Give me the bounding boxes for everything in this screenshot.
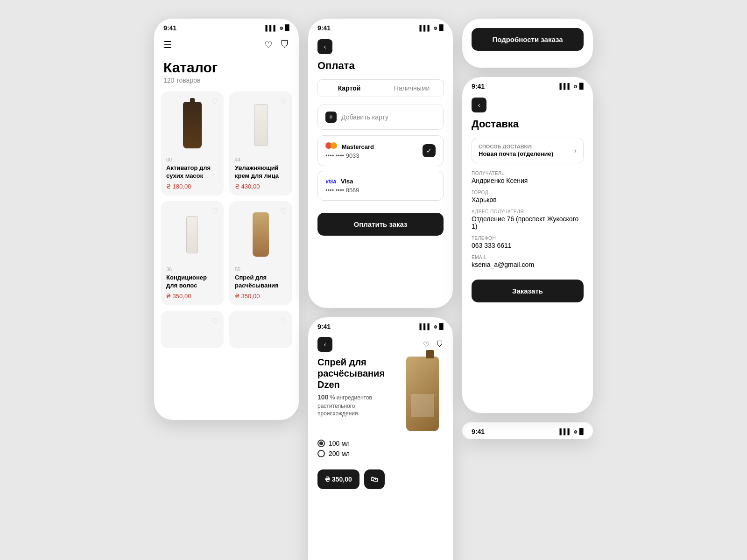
product-price-2: ₴ 430,00 xyxy=(235,183,287,190)
radio-100ml[interactable] xyxy=(317,440,325,447)
status-bar-5: 9:41 ▌▌▌ ⌾ ▉ xyxy=(472,428,584,435)
battery-icon-2: ▉ xyxy=(439,25,444,31)
back-button-3[interactable]: ‹ xyxy=(317,337,332,352)
back-button-4[interactable]: ‹ xyxy=(472,98,486,112)
payment-screen: 9:41 ▌▌▌ ⌾ ▉ ‹ Оплата Картой Наличными +… xyxy=(308,19,453,308)
wifi-icon-5: ⌾ xyxy=(574,428,577,435)
address-label: АДРЕС ПОЛУЧАТЕЛЯ xyxy=(472,209,584,214)
catalog-title: Каталог xyxy=(163,60,289,76)
status-icons-3: ▌▌▌ ⌾ ▉ xyxy=(419,323,444,330)
catalog-header: Каталог 120 товаров xyxy=(154,56,299,91)
phone-block: ТЕЛЕФОН 063 333 6611 xyxy=(472,236,584,249)
product-cart-icon[interactable]: ⛉ xyxy=(436,340,444,349)
battery-icon-3: ▉ xyxy=(439,323,444,330)
card-row-visa[interactable]: VISA Visa •••• •••• 8569 xyxy=(317,171,444,201)
size-100ml[interactable]: 100 мл xyxy=(317,440,453,447)
nav-bar: ☰ ♡ ⛉ xyxy=(154,35,299,56)
cart-icon[interactable]: ⛉ xyxy=(280,39,289,50)
phone-value: 063 333 6611 xyxy=(472,242,584,249)
tab-card[interactable]: Картой xyxy=(318,80,381,97)
right-column: Подробности заказа 9:41 ▌▌▌ ⌾ ▉ ‹ Достав… xyxy=(462,19,593,439)
tab-cash[interactable]: Наличными xyxy=(381,80,443,97)
add-to-cart-button[interactable]: 🛍 xyxy=(364,469,385,489)
wishlist-icon[interactable]: ♡ xyxy=(264,39,273,50)
ingredient-percent: 100 xyxy=(317,393,328,401)
product-card-1[interactable]: ♡ 00 Активатор для сухих масок ₴ 180,00 xyxy=(161,91,224,196)
mastercard-logo xyxy=(325,142,337,149)
product-top-icons: ♡ ⛉ xyxy=(423,340,444,349)
product-number-4: 55 xyxy=(235,266,287,272)
heart-icon-2[interactable]: ♡ xyxy=(280,97,287,106)
bottle-image-1 xyxy=(183,102,202,148)
heart-icon-1[interactable]: ♡ xyxy=(211,97,218,106)
order-button[interactable]: Заказать xyxy=(472,280,584,302)
signal-icon: ▌▌▌ xyxy=(265,25,277,31)
city-block: ГОРОД Харьков xyxy=(472,190,584,203)
address-block: АДРЕС ПОЛУЧАТЕЛЯ Отделение 76 (проспект … xyxy=(472,209,584,230)
delivery-method-value: Новая почта (отделение) xyxy=(479,150,553,157)
signal-icon-2: ▌▌▌ xyxy=(419,25,431,31)
product-number-2: 44 xyxy=(235,157,287,162)
delivery-method-content: Способ доставки: Новая почта (отделение) xyxy=(479,144,553,157)
mastercard-label: Mastercard xyxy=(342,143,374,150)
visa-info: VISA Visa •••• •••• 8569 xyxy=(325,178,436,194)
product-wishlist-icon[interactable]: ♡ xyxy=(423,340,430,349)
product-card-5[interactable]: ♡ xyxy=(161,311,224,348)
product-price-3: ₴ 350,00 xyxy=(166,293,218,300)
heart-icon-3[interactable]: ♡ xyxy=(211,207,218,216)
signal-icon-3: ▌▌▌ xyxy=(419,323,431,330)
card-row-mastercard[interactable]: Mastercard •••• •••• 9033 ✓ xyxy=(317,135,444,166)
product-image-1 xyxy=(166,97,218,153)
product-name-4: Спрей для расчёсывания xyxy=(235,274,287,290)
nav-right-icons: ♡ ⛉ xyxy=(264,39,289,50)
radio-200ml[interactable] xyxy=(317,450,325,457)
back-button-2[interactable]: ‹ xyxy=(317,39,332,54)
product-grid: ♡ 00 Активатор для сухих масок ₴ 180,00 … xyxy=(154,91,299,305)
product-price-1: ₴ 180,00 xyxy=(166,183,218,190)
email-block: EMAIL ksenia_a@gmail.com xyxy=(472,255,584,268)
mastercard-info: Mastercard •••• •••• 9033 xyxy=(325,142,423,159)
email-label: EMAIL xyxy=(472,255,584,260)
price-button[interactable]: ₴ 350,00 xyxy=(317,469,359,489)
menu-icon[interactable]: ☰ xyxy=(163,39,172,50)
mastercard-number: •••• •••• 9033 xyxy=(325,152,423,159)
pay-button[interactable]: Оплатить заказ xyxy=(317,213,444,236)
add-plus-icon: + xyxy=(325,112,337,123)
product-number-1: 00 xyxy=(166,157,218,162)
chevron-down-icon: › xyxy=(574,147,577,155)
time-2: 9:41 xyxy=(317,24,331,32)
product-detail-name: Спрей для расчёсывания Dzen xyxy=(317,357,392,390)
address-value: Отделение 76 (проспект Жукоского 1) xyxy=(472,215,584,230)
product-name-1: Активатор для сухих масок xyxy=(166,164,218,180)
catalog-count: 120 товаров xyxy=(163,77,289,84)
tube-image-2 xyxy=(254,104,268,146)
status-icons-4: ▌▌▌ ⌾ ▉ xyxy=(559,83,584,90)
recipient-block: ПОЛУЧАТЕЛЬ Андриенко Ксения xyxy=(472,171,584,184)
size-200ml[interactable]: 200 мл xyxy=(317,450,453,457)
delivery-method-box[interactable]: Способ доставки: Новая почта (отделение)… xyxy=(472,138,584,163)
heart-icon-4[interactable]: ♡ xyxy=(280,207,287,216)
signal-icon-5: ▌▌▌ xyxy=(559,428,571,435)
battery-icon-4: ▉ xyxy=(579,83,584,90)
wifi-icon: ⌾ xyxy=(280,25,283,31)
status-icons-2: ▌▌▌ ⌾ ▉ xyxy=(419,25,444,31)
order-details-button[interactable]: Подробности заказа xyxy=(472,28,584,51)
recipient-label: ПОЛУЧАТЕЛЬ xyxy=(472,171,584,176)
size-options: 100 мл 200 мл xyxy=(308,436,453,464)
status-icons-1: ▌▌▌ ⌾ ▉ xyxy=(265,25,289,31)
time-3: 9:41 xyxy=(317,323,331,330)
product-card-4[interactable]: ♡ 55 Спрей для расчёсывания ₴ 350,00 xyxy=(229,201,292,305)
heart-icon-5[interactable]: ♡ xyxy=(211,316,218,325)
email-value: ksenia_a@gmail.com xyxy=(472,261,584,268)
bottle-label xyxy=(411,394,434,417)
add-card-row[interactable]: + Добавить карту xyxy=(317,105,444,130)
time-1: 9:41 xyxy=(163,24,176,32)
product-card-3[interactable]: ♡ 36 Кондиционер для волос ₴ 350,00 xyxy=(161,201,224,305)
heart-icon-6[interactable]: ♡ xyxy=(280,316,287,325)
size-100ml-label: 100 мл xyxy=(329,440,350,447)
product-card-6[interactable]: ♡ xyxy=(229,311,292,348)
product-grid-partial: ♡ ♡ xyxy=(154,311,299,356)
wifi-icon-4: ⌾ xyxy=(574,83,577,90)
wifi-icon-3: ⌾ xyxy=(434,323,437,330)
product-card-2[interactable]: ♡ 44 Увлажняющий крем для лица ₴ 430,00 xyxy=(229,91,292,196)
